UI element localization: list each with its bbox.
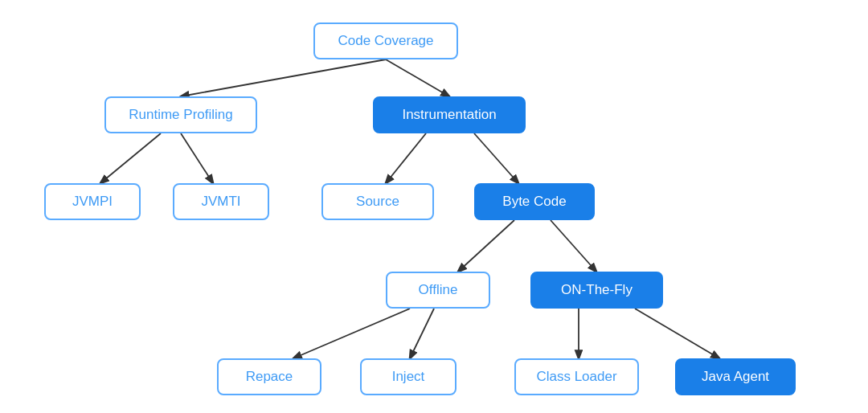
node-repace: Repace: [217, 358, 321, 395]
svg-line-6: [458, 220, 514, 272]
node-java-agent: Java Agent: [675, 358, 796, 395]
svg-line-11: [635, 309, 719, 358]
svg-line-4: [386, 133, 426, 183]
node-jvmti: JVMTI: [173, 183, 269, 220]
svg-line-5: [474, 133, 518, 183]
node-inject: Inject: [360, 358, 457, 395]
svg-line-3: [181, 133, 213, 183]
node-byte-code: Byte Code: [474, 183, 595, 220]
node-source: Source: [321, 183, 434, 220]
svg-line-0: [181, 59, 386, 96]
svg-line-8: [293, 309, 410, 358]
diagram: Code Coverage Runtime Profiling Instrume…: [0, 0, 868, 413]
node-code-coverage: Code Coverage: [313, 22, 458, 59]
svg-line-1: [386, 59, 449, 96]
node-jvmpi: JVMPI: [44, 183, 141, 220]
node-offline: Offline: [386, 272, 490, 309]
node-instrumentation: Instrumentation: [373, 96, 526, 133]
node-class-loader: Class Loader: [514, 358, 639, 395]
node-on-the-fly: ON-The-Fly: [530, 272, 663, 309]
svg-line-2: [100, 133, 161, 183]
node-runtime-profiling: Runtime Profiling: [104, 96, 257, 133]
svg-line-7: [551, 220, 596, 272]
svg-line-9: [410, 309, 434, 358]
